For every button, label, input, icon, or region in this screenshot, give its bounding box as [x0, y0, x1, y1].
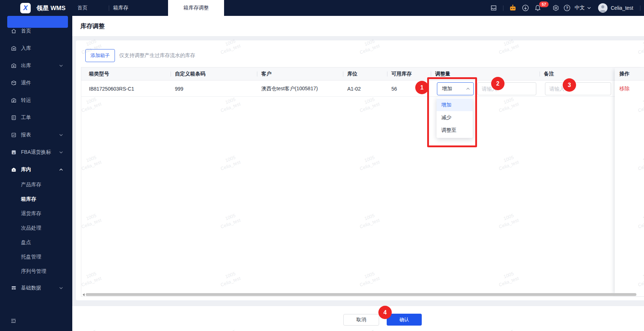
sidebar-item-outbound[interactable]: 出库	[0, 60, 72, 72]
collapse-sidebar-icon[interactable]	[10, 318, 17, 324]
user-avatar[interactable]	[598, 3, 607, 13]
logo-glyph: X	[23, 4, 27, 12]
home-icon	[11, 28, 17, 34]
header-separator	[257, 71, 257, 77]
settings-icon[interactable]	[552, 4, 559, 12]
horizontal-scrollbar[interactable]	[86, 293, 636, 296]
robot-assistant-icon[interactable]	[509, 4, 516, 12]
app-window: X 领星 WMS 首页 箱库存 箱库存调整 57 ? 中文	[0, 0, 644, 331]
dropdown-option-adjust-to[interactable]: 调整至	[437, 124, 473, 136]
tab-box-inventory-adjust[interactable]: 箱库存调整	[168, 0, 224, 16]
sidebar-subitem-serial-management[interactable]: 序列号管理	[0, 265, 72, 278]
remove-row-link[interactable]: 移除	[619, 80, 630, 97]
adjustment-card: 添加箱子 仅支持调整产生过库存流水的库存 箱类型号 自定义箱条码 客户 库位 可…	[76, 40, 644, 300]
sidebar-subitem-pallet-management[interactable]: 托盘管理	[0, 251, 72, 263]
sidebar-item-returns[interactable]: 退件	[0, 77, 72, 89]
header-separator	[431, 71, 431, 77]
header-separator	[343, 71, 343, 77]
chevron-up-icon	[466, 88, 470, 90]
sidebar-item-inbound[interactable]: 入库	[0, 42, 72, 55]
col-header-remark: 备注	[544, 67, 554, 80]
help-icon[interactable]: ?	[563, 4, 571, 12]
sidebar-subitem-return-inventory[interactable]: 退货库存	[0, 208, 72, 220]
base-data-icon	[11, 285, 17, 291]
col-header-location: 库位	[347, 67, 357, 80]
chevron-up-icon	[59, 169, 63, 171]
language-selector[interactable]: 中文	[575, 0, 591, 16]
cancel-button[interactable]: 取消	[343, 314, 379, 326]
chevron-down-icon	[59, 134, 63, 136]
sidebar-item-reports[interactable]: 报表	[0, 129, 72, 141]
adjust-type-dropdown-menu: 增加 减少 调整至	[437, 97, 473, 138]
language-label: 中文	[575, 5, 585, 11]
report-icon	[11, 132, 17, 138]
col-header-customer: 客户	[261, 67, 271, 80]
header-separator	[171, 71, 171, 77]
dropdown-option-decrease[interactable]: 减少	[437, 111, 473, 124]
nav-home[interactable]: 首页	[77, 0, 87, 16]
sidebar-subitem-box-inventory[interactable]: 箱库存	[0, 193, 72, 205]
fba-amazon-icon: a	[11, 149, 17, 155]
chevron-down-icon	[587, 7, 591, 9]
app-title: 领星 WMS	[37, 0, 65, 16]
adjust-type-value: 增加	[442, 86, 452, 92]
username-label[interactable]: Celia_test	[611, 0, 633, 16]
adjustment-table: 箱类型号 自定义箱条码 客户 库位 可用库存 调整量 备注 IB81725060…	[81, 67, 644, 297]
cell-available-stock: 56	[391, 80, 397, 97]
sidebar-subitem-stocktake[interactable]: 盘点	[0, 236, 72, 249]
nav-divider	[109, 5, 109, 11]
inbox-icon[interactable]	[490, 4, 497, 12]
top-header-bar: X 领星 WMS 首页 箱库存 箱库存调整 57 ? 中文	[0, 0, 644, 16]
header-separator	[387, 71, 387, 77]
icon-divider	[503, 5, 503, 11]
main-content: 库存调整 添加箱子 仅支持调整产生过库存流水的库存 箱类型号 自定义箱条码 客户…	[72, 16, 644, 331]
download-center-icon[interactable]	[522, 4, 529, 12]
col-header-available-stock: 可用库存	[391, 67, 412, 80]
col-header-adjust-qty: 调整量	[435, 67, 450, 80]
remark-input[interactable]	[545, 82, 611, 95]
add-box-button[interactable]: 添加箱子	[85, 49, 115, 62]
adjustment-hint-text: 仅支持调整产生过库存流水的库存	[119, 49, 195, 62]
nav-box-inventory[interactable]: 箱库存	[113, 0, 128, 16]
chevron-down-icon	[59, 47, 63, 49]
col-header-operation: 操作	[615, 67, 644, 80]
adjust-type-select[interactable]: 增加	[437, 82, 474, 95]
chevron-down-icon	[59, 287, 63, 289]
cell-custom-barcode: 999	[175, 80, 183, 97]
cell-box-model: IB817250603RS-C1	[89, 80, 134, 97]
notification-badge: 57	[539, 1, 549, 7]
warehouse-icon	[11, 167, 17, 173]
header-right-divider	[640, 5, 640, 11]
scroll-left-arrow[interactable]	[82, 293, 85, 296]
dropdown-option-increase[interactable]: 增加	[437, 99, 473, 111]
sidebar-nav: 首页 入库 出库 退件 转运 工单 报表 a	[0, 16, 72, 331]
workorder-icon	[11, 115, 17, 121]
cell-location: A1-02	[347, 80, 361, 97]
page-title-bar: 库存调整	[72, 16, 644, 36]
sidebar-item-in-warehouse[interactable]: 库内	[0, 164, 72, 176]
transfer-icon	[11, 97, 17, 103]
sidebar-subitem-defective-handling[interactable]: 次品处理	[0, 222, 72, 234]
chevron-down-icon	[59, 65, 63, 67]
svg-text:a: a	[13, 151, 15, 154]
cell-customer: 澳西仓test客户(1005817)	[261, 80, 318, 97]
header-separator	[540, 71, 540, 77]
col-header-box-model: 箱类型号	[89, 67, 109, 80]
col-header-custom-barcode: 自定义箱条码	[175, 67, 205, 80]
footer-action-bar: 取消 确认	[72, 306, 644, 331]
returns-icon	[11, 80, 17, 86]
sidebar-item-transfer[interactable]: 转运	[0, 94, 72, 106]
svg-text:?: ?	[566, 6, 568, 10]
sidebar-item-base-data[interactable]: 基础数据	[0, 282, 72, 294]
adjust-qty-input[interactable]	[477, 82, 536, 95]
operation-fixed-column: 操作 移除	[615, 67, 644, 296]
sidebar-item-workorder[interactable]: 工单	[0, 112, 72, 124]
sidebar-subitem-product-inventory[interactable]: 产品库存	[0, 179, 72, 191]
table-header-row: 箱类型号 自定义箱条码 客户 库位 可用库存 调整量 备注	[81, 67, 644, 80]
active-item-highlight	[7, 16, 68, 28]
page-title: 库存调整	[80, 16, 105, 36]
confirm-button[interactable]: 确认	[387, 314, 422, 326]
outbound-icon	[11, 63, 17, 69]
app-logo: X	[20, 3, 31, 13]
sidebar-item-fba-relabel[interactable]: a FBA退货换标	[0, 146, 72, 158]
